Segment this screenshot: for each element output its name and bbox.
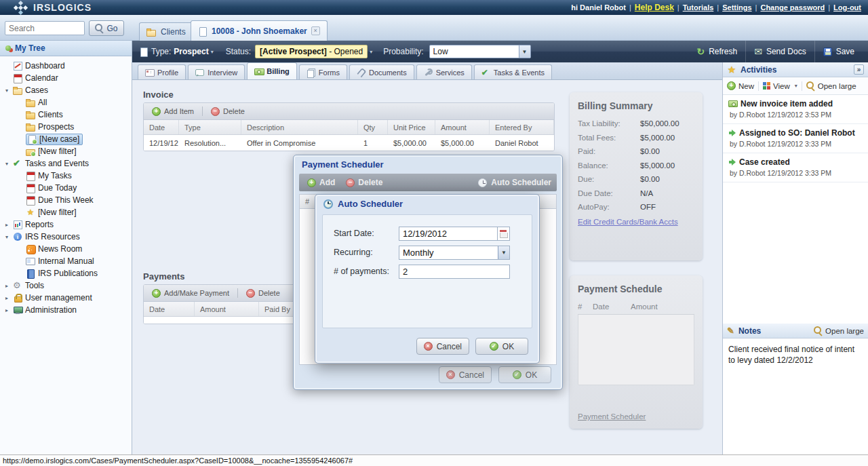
recurring-select[interactable]: Monthly <box>399 246 510 260</box>
tab-services[interactable]: Services <box>416 64 472 79</box>
col-unit-price[interactable]: Unit Price <box>388 120 435 134</box>
save-button[interactable]: Save <box>814 41 863 62</box>
sidebar-item-prospects[interactable]: Prospects <box>0 121 132 133</box>
col-date[interactable]: Date <box>144 302 195 316</box>
sidebar-item-new-filter-tasks[interactable]: [New filter] <box>0 206 132 218</box>
change-password-link[interactable]: Change password <box>760 3 825 12</box>
sidebar-item-cases[interactable]: Cases <box>0 84 132 96</box>
sidebar-item-new-filter-cases[interactable]: [New filter] <box>0 145 132 157</box>
activity-item[interactable]: Assigned to SO: Daniel Robot by D.Robot … <box>723 124 868 153</box>
invoice-row[interactable]: 12/19/12 Resolution... Offer in Compromi… <box>144 135 554 151</box>
col-amount[interactable]: Amount <box>435 120 490 134</box>
sidebar-item-clients[interactable]: Clients <box>0 109 132 121</box>
col-type[interactable]: Type <box>179 120 241 134</box>
num-payments-input[interactable] <box>399 265 510 279</box>
green-arrow-icon <box>728 130 736 136</box>
sidebar-item-internal-manual[interactable]: Internal Manual <box>0 255 132 267</box>
sidebar-item-dashboard[interactable]: Dashboard <box>0 60 132 72</box>
sidebar-item-irs-publications[interactable]: IRS Publications <box>0 267 132 279</box>
expander-open-icon[interactable] <box>5 88 13 94</box>
col-entered-by[interactable]: Entered By <box>490 120 554 134</box>
tab-interview[interactable]: Interview <box>188 64 245 79</box>
add-schedule-button[interactable]: Add <box>304 178 338 187</box>
tab-documents[interactable]: Documents <box>349 64 414 79</box>
sidebar-item-tasks-and-events[interactable]: Tasks and Events <box>0 157 132 170</box>
cancel-button[interactable]: Cancel <box>416 338 469 355</box>
green-arrow-icon <box>728 159 736 166</box>
summary-row-total-fees: Total Fees: $5,000.00 <box>578 134 694 142</box>
close-icon[interactable] <box>311 26 320 35</box>
payment-scheduler-link[interactable]: Payment Scheduler <box>578 412 646 421</box>
sidebar-item-due-today[interactable]: Due Today <box>0 182 132 194</box>
open-large-activities-button[interactable]: Open large <box>806 81 856 90</box>
activity-item[interactable]: New invoice item added by D.Robot 12/19/… <box>723 95 868 124</box>
expander-closed-icon[interactable] <box>5 295 13 301</box>
sidebar-item-irs-resources[interactable]: IRS Resources <box>0 231 132 243</box>
type-value-dropdown[interactable]: Prospect <box>174 47 208 56</box>
send-docs-button[interactable]: Send Docs <box>745 41 814 62</box>
tab-services-label: Services <box>436 69 465 77</box>
activity-item[interactable]: Case created by D.Robot 12/19/2012 3:33 … <box>723 153 868 182</box>
sidebar-item-tools[interactable]: Tools <box>0 279 132 292</box>
notes-text-area[interactable]: Client received final notice of intent t… <box>723 338 868 454</box>
col-date[interactable]: Date <box>144 120 179 134</box>
tab-forms[interactable]: Forms <box>299 64 347 79</box>
collapse-panel-icon[interactable] <box>854 64 864 75</box>
tab-tasks-events[interactable]: Tasks & Events <box>474 64 552 79</box>
value: OFF <box>640 203 656 211</box>
tutorials-link[interactable]: Tutorials <box>683 3 714 12</box>
status-url: https://demo.irslogics.com/Cases/Payment… <box>3 457 353 465</box>
open-large-notes-button[interactable]: Open large <box>814 326 864 335</box>
sidebar-item-news-room[interactable]: News Room <box>0 243 132 255</box>
sidebar-item-due-this-week[interactable]: Due This Week <box>0 194 132 206</box>
col-amount[interactable]: Amount <box>195 302 259 316</box>
cancel-button[interactable]: Cancel <box>439 366 492 383</box>
col-qty[interactable]: Qty <box>358 120 388 134</box>
refresh-button[interactable]: Refresh <box>688 41 745 62</box>
expander-closed-icon[interactable] <box>5 222 13 228</box>
start-date-input[interactable] <box>399 227 498 241</box>
add-make-payment-button[interactable]: Add/Make Payment <box>149 289 232 298</box>
edit-credit-cards-link[interactable]: Edit Credit Cards/Bank Accts <box>578 218 678 226</box>
logout-link[interactable]: Log-out <box>833 3 861 12</box>
tab-billing[interactable]: Billing <box>247 62 297 79</box>
search-go-button[interactable]: Go <box>89 20 124 36</box>
status-value-dropdown[interactable]: [Active Prospect] - Opened <box>255 45 368 58</box>
cancel-label: Cancel <box>459 370 484 380</box>
view-dropdown-button[interactable]: View ▾ <box>763 82 797 90</box>
expander-closed-icon[interactable] <box>5 283 13 289</box>
ok-button[interactable]: OK <box>475 338 528 355</box>
num-payments-label: # of payments: <box>334 267 399 276</box>
col-description[interactable]: Description <box>241 120 358 134</box>
calendar-picker-icon[interactable] <box>498 227 510 241</box>
sidebar-item-new-case[interactable]: [New case] <box>0 133 132 145</box>
tab-case-10008[interactable]: 10008 - John Shoemaker <box>191 20 328 41</box>
probability-select[interactable]: Low <box>429 45 531 58</box>
new-activity-button[interactable]: New <box>727 81 754 90</box>
settings-link[interactable]: Settings <box>722 3 751 12</box>
sidebar-item-administration[interactable]: Administration <box>0 304 132 316</box>
cancel-label: Cancel <box>437 342 462 351</box>
auto-scheduler-form: Start Date: Recurring: Monthly # of paym… <box>322 214 532 328</box>
search-input[interactable] <box>5 21 85 35</box>
sidebar-item-reports[interactable]: Reports <box>0 218 132 231</box>
tab-clients[interactable]: Clients <box>139 22 193 41</box>
delete-payment-button[interactable]: Delete <box>243 289 283 298</box>
delete-schedule-button[interactable]: Delete <box>343 178 385 187</box>
help-desk-link[interactable]: Help Desk <box>635 3 674 12</box>
expander-open-icon[interactable] <box>5 234 13 240</box>
sidebar-item-user-management[interactable]: User management <box>0 292 132 304</box>
ok-button[interactable]: OK <box>498 366 551 383</box>
notes-header: Notes Open large <box>723 324 868 338</box>
expander-open-icon[interactable] <box>5 161 13 167</box>
delete-item-button[interactable]: Delete <box>208 107 248 116</box>
auto-scheduler-button[interactable]: Auto Scheduler <box>478 178 551 187</box>
expander-closed-icon[interactable] <box>5 307 13 313</box>
add-item-button[interactable]: Add Item <box>149 107 197 116</box>
sidebar-item-my-tasks[interactable]: My Tasks <box>0 170 132 182</box>
sidebar-item-calendar[interactable]: Calendar <box>0 72 132 84</box>
view-label: View <box>773 82 790 90</box>
sidebar-item-all[interactable]: All <box>0 96 132 109</box>
dialog-buttons: Cancel OK <box>416 338 528 355</box>
tab-profile[interactable]: Profile <box>138 64 186 79</box>
